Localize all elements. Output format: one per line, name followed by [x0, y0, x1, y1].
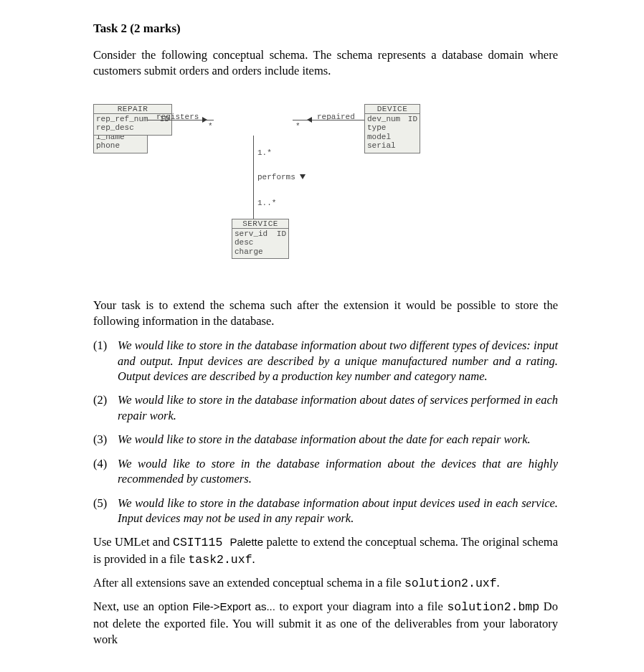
rel-performs-label: performs [257, 173, 295, 181]
rel-registers-label: registers [156, 113, 199, 121]
entity-device: DEVICE dev_numID type model serial [364, 104, 420, 154]
export-para: Next, use an option File->Export as... t… [93, 599, 558, 648]
task-title: Task 2 (2 marks) [93, 22, 558, 36]
attr: dev_num [367, 115, 400, 124]
multiplicity-star: * [295, 122, 300, 131]
page: Task 2 (2 marks) Consider the following … [0, 0, 644, 672]
dot: . [497, 576, 500, 590]
use-umlet-para: Use UMLet and CSIT115 Palette palette to… [93, 534, 558, 568]
txt: Use UMLet and [93, 535, 173, 549]
req-text: We would like to store in the database i… [118, 393, 558, 422]
txt: to export your diagram into a file [275, 600, 448, 613]
task-lead: Your task is to extend the schema such a… [93, 298, 558, 330]
arrow-right-icon [202, 117, 207, 123]
er-diagram: CUSTOMER codeID f_name l_name phone REPA… [93, 104, 558, 269]
attr: serv_id [235, 229, 267, 239]
multiplicity-star: * [208, 122, 213, 131]
attr: phone [96, 141, 120, 151]
task2-file: task2.uxf [188, 553, 252, 567]
req-5: We would like to store in the database i… [93, 496, 558, 526]
export-menu-path: File->Export as... [193, 600, 275, 612]
requirements-list: We would like to store in the database i… [93, 338, 558, 526]
mult-bot: 1..* [257, 199, 276, 207]
intro-paragraph: Consider the following conceptual schema… [93, 47, 558, 80]
entity-service-header: SERVICE [232, 219, 288, 229]
attr: desc [235, 238, 253, 247]
req-4: We would like to store in the database i… [93, 456, 558, 487]
req-text: We would like to store in the database i… [118, 457, 558, 486]
req-text: We would like to store in the database i… [118, 432, 531, 446]
solution2-bmp: solution2.bmp [447, 600, 539, 614]
req-text: We would like to store in the database i… [118, 496, 558, 525]
mult-top: 1.* [257, 148, 272, 157]
txt: After all extensions save an extended co… [93, 576, 404, 590]
req-3: We would like to store in the database i… [93, 432, 558, 447]
arrow-left-icon [307, 117, 312, 123]
attr: model [367, 133, 391, 142]
attr: type [367, 123, 386, 133]
entity-device-header: DEVICE [365, 105, 420, 114]
req-text: We would like to store in the database i… [118, 339, 558, 383]
csit-code: CSIT115 [173, 536, 229, 549]
attr: rep_desc [96, 123, 134, 133]
req-1: We would like to store in the database i… [93, 338, 558, 384]
save-para: After all extensions save an extended co… [93, 575, 558, 592]
dot: . [252, 552, 255, 566]
solution2-uxf: solution2.uxf [404, 577, 497, 590]
assoc-line [253, 136, 254, 219]
id-tag: ID [277, 229, 286, 239]
attr: charge [235, 247, 263, 257]
attr: serial [367, 141, 396, 151]
attr: rep_ref_num [96, 115, 148, 124]
arrow-down-icon [300, 174, 306, 179]
req-2: We would like to store in the database i… [93, 392, 558, 423]
id-tag: ID [408, 115, 417, 124]
entity-service: SERVICE serv_idID desc charge [232, 219, 289, 260]
palette-label: Palette [229, 536, 263, 548]
rel-repaired-label: repaired [317, 113, 355, 121]
txt: Next, use an option [93, 600, 193, 613]
